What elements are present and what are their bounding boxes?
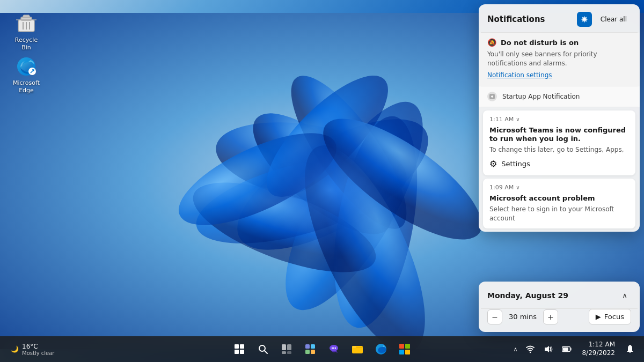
svg-point-46 [530,352,531,353]
recycle-bin-icon [16,13,37,34]
teams-notif-time-row: 1:11 AM ∨ [489,116,629,123]
msaccount-notif-chevron[interactable]: ∨ [516,184,519,190]
dnd-title-row: 🔕 Do not disturb is on [487,38,631,47]
msaccount-notif-time-row: 1:09 AM ∨ [489,184,629,191]
focus-session-row: − 30 mins + ▶ Focus [479,309,640,332]
battery-icon[interactable] [559,338,574,360]
svg-rect-32 [311,344,315,349]
system-tray: ∧ [511,338,574,360]
clock[interactable]: 1:12 AM 8/29/2022 [579,339,618,358]
svg-rect-45 [405,350,410,354]
settings-action-icon: ⚙️ [489,159,497,169]
notifications-button[interactable] [623,338,638,360]
win-logo-piece-4 [240,350,244,354]
focus-label: Focus [604,313,624,321]
dnd-section: 🔕 Do not disturb is on You'll only see b… [479,33,640,86]
notification-panel: Notifications Clear all 🔕 Do not disturb… [479,4,640,232]
weather-temp: 16°C [22,343,54,350]
msaccount-notification-card[interactable]: 1:09 AM ∨ Microsoft account problem Sele… [483,179,635,228]
msaccount-notif-title: Microsoft account problem [489,194,629,203]
svg-rect-40 [352,346,356,348]
taskbar: 🌙 16°C Mostly clear [0,336,644,362]
svg-rect-42 [399,344,404,349]
show-hidden-icons-button[interactable]: ∧ [511,338,519,360]
wifi-icon[interactable] [523,338,538,360]
focus-minutes-label: 30 mins [509,313,537,321]
svg-point-37 [333,348,334,349]
teams-notif-chevron[interactable]: ∨ [516,116,519,122]
startup-notification[interactable]: Startup App Notification [479,86,640,107]
win-logo-piece-1 [235,344,239,349]
volume-icon[interactable] [541,338,556,360]
focus-plus-button[interactable]: + [543,309,558,324]
start-button[interactable] [229,338,250,360]
calendar-panel: Monday, August 29 ∧ − 30 mins + ▶ Focus [479,282,640,332]
calendar-header: Monday, August 29 ∧ [479,282,640,308]
svg-marker-20 [23,15,30,17]
msaccount-notif-time: 1:09 AM [489,184,514,191]
svg-line-26 [265,351,267,353]
svg-rect-31 [305,344,310,349]
notification-settings-icon-btn[interactable] [577,12,592,27]
recycle-bin-label: Recycle Bin [10,36,43,52]
svg-rect-49 [570,348,572,351]
taskbar-right: ∧ [511,338,638,360]
dnd-title: Do not disturb is on [501,39,579,47]
win-logo-piece-2 [240,344,244,349]
weather-icon: 🌙 [11,345,19,353]
dnd-icon: 🔕 [487,38,496,47]
widgets-button[interactable] [299,338,321,360]
taskbar-center [229,338,415,360]
weather-widget[interactable]: 🌙 16°C Mostly clear [6,341,58,358]
teams-notification-card[interactable]: 1:11 AM ∨ Microsoft Teams is now configu… [483,110,635,176]
svg-rect-27 [282,344,286,350]
focus-minus-button[interactable]: − [487,309,502,324]
notification-settings-link[interactable]: Notification settings [487,71,552,79]
teams-notif-time: 1:11 AM [489,116,514,123]
weather-condition: Mostly clear [22,350,54,356]
teams-notif-action[interactable]: ⚙️ Settings [489,154,629,170]
divider-3 [481,107,638,107]
svg-point-13 [250,125,411,254]
svg-rect-50 [563,348,568,351]
notification-header: Notifications Clear all [479,4,640,32]
store-taskbar-button[interactable] [394,338,415,360]
notification-header-actions: Clear all [577,12,631,27]
win-logo-piece-3 [235,350,239,354]
windows-logo-icon [235,344,244,354]
focus-start-button[interactable]: ▶ Focus [589,309,631,324]
chat-button[interactable] [323,338,345,360]
calendar-collapse-button[interactable]: ∧ [618,289,631,302]
svg-rect-30 [287,351,291,354]
calendar-date: Monday, August 29 [487,291,568,300]
clock-time: 1:12 AM [582,341,615,349]
settings-action-label: Settings [501,160,530,168]
file-explorer-button[interactable] [347,338,368,360]
edge-taskbar-button[interactable] [370,338,392,360]
startup-icon [487,92,497,101]
task-view-button[interactable] [276,338,297,360]
notification-panel-title: Notifications [487,14,545,24]
svg-rect-43 [405,344,410,349]
svg-point-36 [332,348,333,349]
weather-info: 16°C Mostly clear [22,343,54,356]
svg-rect-29 [282,351,286,354]
startup-notification-label: Startup App Notification [502,93,580,100]
svg-point-38 [335,348,336,349]
svg-rect-44 [399,350,404,354]
clock-date: 8/29/2022 [582,349,615,358]
svg-rect-28 [287,344,291,350]
desktop-icon-edge[interactable]: Microsoft Edge [8,54,45,97]
desktop-icon-recycle-bin[interactable]: Recycle Bin [8,11,45,54]
dnd-description: You'll only see banners for priority not… [487,50,631,68]
clear-all-button[interactable]: Clear all [596,13,631,25]
focus-minutes-control: − 30 mins + [487,309,558,324]
svg-rect-34 [311,350,315,354]
svg-marker-47 [545,346,549,352]
teams-notif-title: Microsoft Teams is now configured to run… [489,126,629,144]
edge-icon [16,56,37,77]
teams-notif-body: To change this later, go to Settings, Ap… [489,145,629,154]
search-button[interactable] [252,338,274,360]
edge-label: Microsoft Edge [10,79,43,95]
focus-play-icon: ▶ [596,313,601,321]
